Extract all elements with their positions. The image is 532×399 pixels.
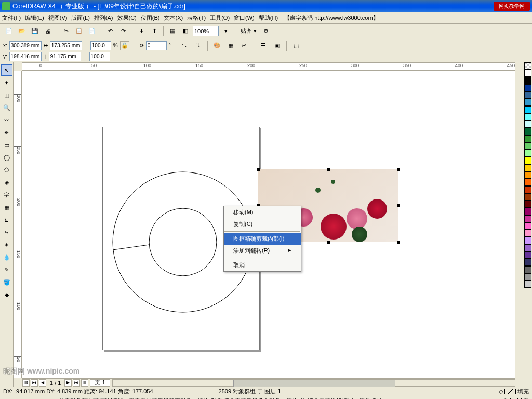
color-swatch[interactable]: [524, 164, 531, 171]
print-button[interactable]: 🖨: [42, 25, 54, 37]
paste-button[interactable]: 📄: [86, 25, 98, 37]
color-swatch[interactable]: [524, 77, 531, 84]
menu-arrange[interactable]: 排列(A): [94, 14, 113, 22]
sy-input[interactable]: [89, 52, 110, 61]
last-page-button[interactable]: ⏭: [73, 379, 80, 387]
options-button[interactable]: ⚙: [260, 25, 272, 37]
menu-bitmaps[interactable]: 位图(B): [141, 14, 160, 22]
menu-file[interactable]: 文件(F): [2, 14, 21, 22]
sx-input[interactable]: [90, 41, 111, 50]
color-swatch[interactable]: [524, 251, 531, 259]
color-swatch[interactable]: [524, 157, 531, 164]
color-swatch[interactable]: [524, 193, 531, 201]
menu-help[interactable]: 帮助(H): [259, 14, 278, 22]
convert-button[interactable]: ⬚: [290, 40, 302, 51]
menu-move[interactable]: 移动(M): [224, 206, 301, 218]
selection-handle-nw[interactable]: [257, 168, 260, 171]
edit-bitmap-button[interactable]: 🎨: [211, 40, 223, 51]
shape-tool[interactable]: ✦: [1, 77, 12, 88]
ruler-horizontal[interactable]: 0 50 100 150 200 250 300 350 400 450: [22, 62, 515, 71]
y-input[interactable]: [9, 52, 42, 61]
interactive-fill-tool[interactable]: ◆: [1, 289, 12, 300]
color-swatch[interactable]: [524, 186, 531, 193]
zoom-input[interactable]: [193, 26, 219, 36]
undo-button[interactable]: ↶: [104, 25, 116, 37]
color-swatch[interactable]: [524, 179, 531, 186]
color-swatch[interactable]: [524, 128, 531, 135]
selection-handle-ne[interactable]: [397, 168, 400, 171]
zoom-dropdown[interactable]: ▾: [220, 25, 232, 37]
color-swatch[interactable]: [524, 150, 531, 157]
zoom-tool[interactable]: 🔍: [1, 102, 12, 113]
menu-layout[interactable]: 版面(L): [71, 14, 89, 22]
outline-tool[interactable]: ✎: [1, 264, 12, 275]
menu-view[interactable]: 视图(V): [48, 14, 68, 22]
fill-tool[interactable]: 🪣: [1, 276, 12, 288]
freehand-tool[interactable]: 〰: [1, 114, 12, 126]
color-swatch[interactable]: [524, 266, 531, 273]
selection-handle-e[interactable]: [397, 204, 400, 207]
snap-dropdown[interactable]: 贴齐 ▾: [238, 27, 259, 35]
guideline-horizontal[interactable]: [22, 148, 515, 148]
connector-tool[interactable]: ⤷: [1, 227, 12, 238]
swatch-none[interactable]: [524, 62, 531, 70]
scrollbar-horizontal[interactable]: [112, 379, 515, 387]
page-tab[interactable]: 页 1: [90, 379, 110, 387]
cut-button[interactable]: ✂: [60, 25, 72, 37]
color-swatch[interactable]: [524, 281, 531, 288]
export-button[interactable]: ⬆: [149, 25, 160, 37]
menu-window[interactable]: 窗口(W): [234, 14, 255, 22]
prev-page-button[interactable]: ◀: [39, 379, 46, 387]
add-page-after-button[interactable]: ⊞: [81, 379, 88, 387]
trace-bitmap-button[interactable]: ▦: [225, 40, 236, 51]
mirror-v-button[interactable]: ⥮: [192, 40, 204, 51]
color-swatch[interactable]: [524, 222, 531, 230]
wrap-button[interactable]: ▣: [271, 40, 283, 51]
fill-swatch[interactable]: [504, 389, 516, 394]
ellipse-tool[interactable]: ◯: [1, 152, 12, 163]
app-launcher-button[interactable]: ▦: [167, 25, 178, 37]
menu-effects[interactable]: 效果(C): [117, 14, 137, 22]
copy-button[interactable]: 📋: [73, 25, 85, 37]
crop-tool[interactable]: ◫: [1, 89, 12, 101]
menu-cancel[interactable]: 取消: [224, 259, 301, 271]
add-page-button[interactable]: ⊞: [22, 379, 30, 387]
crop-button[interactable]: ✂: [238, 40, 250, 51]
color-swatch[interactable]: [524, 99, 531, 106]
import-button[interactable]: ⬇: [136, 25, 147, 37]
selection-handle-se[interactable]: [397, 241, 400, 244]
lock-ratio-button[interactable]: 🔒: [120, 41, 129, 50]
open-button[interactable]: 📂: [16, 25, 28, 37]
h-input[interactable]: [49, 52, 81, 61]
menu-powerclip[interactable]: 图框精确剪裁内部(I): [224, 233, 301, 245]
rectangle-tool[interactable]: ▭: [1, 139, 12, 151]
color-swatch[interactable]: [524, 237, 531, 244]
color-swatch[interactable]: [524, 171, 531, 179]
color-swatch[interactable]: [524, 259, 531, 266]
text-tool[interactable]: 字: [1, 189, 12, 201]
color-swatch[interactable]: [524, 215, 531, 222]
menu-edit[interactable]: 编辑(E): [25, 14, 44, 22]
selection-handle-s[interactable]: [327, 241, 330, 244]
ruler-vertical[interactable]: 50 100 150 200 250 300: [14, 71, 22, 378]
color-swatch[interactable]: [524, 208, 531, 215]
color-swatch[interactable]: [524, 84, 531, 91]
x-input[interactable]: [9, 41, 42, 50]
welcome-button[interactable]: ◧: [180, 25, 191, 37]
save-button[interactable]: 💾: [29, 25, 41, 37]
align-button[interactable]: ☰: [258, 40, 269, 51]
new-button[interactable]: 📄: [3, 25, 15, 37]
color-swatch[interactable]: [524, 113, 531, 121]
smart-fill-tool[interactable]: ✒: [1, 127, 12, 138]
canvas[interactable]: 移动(M) 复制(C) 图框精确剪裁内部(I) 添加到翻转(R)▸ 取消: [22, 71, 515, 378]
color-swatch[interactable]: [524, 201, 531, 208]
mirror-h-button[interactable]: ⇋: [179, 40, 190, 51]
interactive-tool[interactable]: ✶: [1, 239, 12, 250]
menu-table[interactable]: 表格(T): [187, 14, 206, 22]
color-swatch[interactable]: [524, 70, 531, 77]
color-swatch[interactable]: [524, 273, 531, 281]
menu-copy[interactable]: 复制(C): [224, 218, 301, 230]
redo-button[interactable]: ↷: [117, 25, 129, 37]
pick-tool[interactable]: ↖: [1, 64, 12, 76]
color-swatch[interactable]: [524, 106, 531, 113]
